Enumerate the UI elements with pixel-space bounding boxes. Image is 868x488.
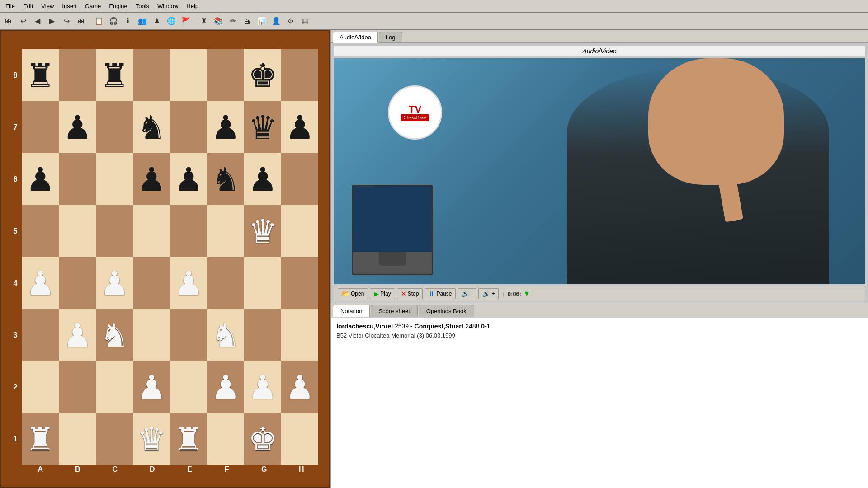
square-G4[interactable] bbox=[244, 257, 281, 309]
vol-up-button[interactable]: 🔊 + bbox=[478, 288, 499, 299]
toolbar-chart-button[interactable]: 📊 bbox=[255, 15, 269, 28]
toolbar-clipboard-button[interactable]: 📋 bbox=[92, 15, 106, 28]
toolbar-print-button[interactable]: 🖨 bbox=[241, 15, 254, 28]
pause-button[interactable]: ⏸ Pause bbox=[425, 288, 456, 299]
square-A5[interactable] bbox=[22, 205, 59, 257]
menu-window[interactable]: Window bbox=[154, 2, 182, 10]
square-C5[interactable] bbox=[96, 205, 133, 257]
tab-openings-book[interactable]: Openings Book bbox=[419, 305, 474, 317]
square-B5[interactable] bbox=[59, 205, 96, 257]
square-D3[interactable] bbox=[133, 309, 170, 361]
square-D6[interactable]: ♟ bbox=[133, 153, 170, 205]
square-C7[interactable] bbox=[96, 101, 133, 153]
square-H4[interactable] bbox=[281, 257, 318, 309]
square-H5[interactable] bbox=[281, 205, 318, 257]
square-C1[interactable] bbox=[96, 413, 133, 465]
menu-edit[interactable]: Edit bbox=[19, 2, 37, 10]
square-F5[interactable] bbox=[207, 205, 244, 257]
square-C3[interactable]: ♞ bbox=[96, 309, 133, 361]
nav-prev-variation-button[interactable]: ↩ bbox=[16, 15, 30, 28]
menu-insert[interactable]: Insert bbox=[58, 2, 80, 10]
menu-help[interactable]: Help bbox=[183, 2, 202, 10]
toolbar-grid-button[interactable]: ▦ bbox=[298, 15, 312, 28]
square-D5[interactable] bbox=[133, 205, 170, 257]
toolbar-user-button[interactable]: 👤 bbox=[269, 15, 283, 28]
toolbar-settings-button[interactable]: ⚙ bbox=[284, 15, 297, 28]
menu-file[interactable]: File bbox=[2, 2, 19, 10]
square-C6[interactable] bbox=[96, 153, 133, 205]
nav-end-button[interactable]: ⏭ bbox=[74, 15, 88, 28]
square-E6[interactable]: ♟ bbox=[170, 153, 207, 205]
nav-next-variation-button[interactable]: ↪ bbox=[60, 15, 73, 28]
square-F3[interactable]: ♞ bbox=[207, 309, 244, 361]
square-F7[interactable]: ♟ bbox=[207, 101, 244, 153]
square-B8[interactable] bbox=[59, 49, 96, 101]
open-button[interactable]: 📂 Open bbox=[338, 288, 368, 299]
square-F4[interactable] bbox=[207, 257, 244, 309]
square-A6[interactable]: ♟ bbox=[22, 153, 59, 205]
square-A8[interactable]: ♜ bbox=[22, 49, 59, 101]
toolbar-flag-button[interactable]: 🚩 bbox=[179, 15, 193, 28]
play-button[interactable]: ▶ Play bbox=[370, 288, 395, 299]
toolbar-players-button[interactable]: 👥 bbox=[136, 15, 149, 28]
toolbar-book-button[interactable]: 📚 bbox=[212, 15, 225, 28]
menu-view[interactable]: View bbox=[38, 2, 57, 10]
square-H6[interactable] bbox=[281, 153, 318, 205]
square-C4[interactable]: ♟ bbox=[96, 257, 133, 309]
square-A2[interactable] bbox=[22, 361, 59, 413]
square-H2[interactable]: ♟ bbox=[281, 361, 318, 413]
notation-content[interactable] bbox=[331, 344, 868, 488]
square-D4[interactable] bbox=[133, 257, 170, 309]
square-B3[interactable]: ♟ bbox=[59, 309, 96, 361]
nav-next-button[interactable]: ▶ bbox=[45, 15, 59, 28]
square-G3[interactable] bbox=[244, 309, 281, 361]
square-A1[interactable]: ♜ bbox=[22, 413, 59, 465]
square-H8[interactable] bbox=[281, 49, 318, 101]
square-D7[interactable]: ♞ bbox=[133, 101, 170, 153]
square-G7[interactable]: ♛ bbox=[244, 101, 281, 153]
square-E5[interactable] bbox=[170, 205, 207, 257]
vol-down-button[interactable]: 🔊 - bbox=[458, 288, 476, 299]
square-F2[interactable]: ♟ bbox=[207, 361, 244, 413]
toolbar-audio-button[interactable]: 🎧 bbox=[107, 15, 120, 28]
square-C8[interactable]: ♜ bbox=[96, 49, 133, 101]
toolbar-info-button[interactable]: ℹ bbox=[121, 15, 135, 28]
square-G6[interactable]: ♟ bbox=[244, 153, 281, 205]
square-H7[interactable]: ♟ bbox=[281, 101, 318, 153]
square-B4[interactable] bbox=[59, 257, 96, 309]
square-D1[interactable]: ♛ bbox=[133, 413, 170, 465]
tab-log[interactable]: Log bbox=[379, 32, 402, 42]
square-F6[interactable]: ♞ bbox=[207, 153, 244, 205]
toolbar-edit-button[interactable]: ✏ bbox=[226, 15, 240, 28]
toolbar-rook-button[interactable]: ♜ bbox=[197, 15, 211, 28]
tab-score-sheet[interactable]: Score sheet bbox=[371, 305, 417, 317]
square-D2[interactable]: ♟ bbox=[133, 361, 170, 413]
square-C2[interactable] bbox=[96, 361, 133, 413]
square-E8[interactable] bbox=[170, 49, 207, 101]
square-E7[interactable] bbox=[170, 101, 207, 153]
square-A3[interactable] bbox=[22, 309, 59, 361]
square-B2[interactable] bbox=[59, 361, 96, 413]
square-G1[interactable]: ♚ bbox=[244, 413, 281, 465]
square-A4[interactable]: ♟ bbox=[22, 257, 59, 309]
square-D8[interactable] bbox=[133, 49, 170, 101]
square-G2[interactable]: ♟ bbox=[244, 361, 281, 413]
menu-engine[interactable]: Engine bbox=[105, 2, 131, 10]
square-E2[interactable] bbox=[170, 361, 207, 413]
square-H3[interactable] bbox=[281, 309, 318, 361]
square-A7[interactable] bbox=[22, 101, 59, 153]
square-B6[interactable] bbox=[59, 153, 96, 205]
nav-prev-button[interactable]: ◀ bbox=[31, 15, 44, 28]
square-E4[interactable]: ♟ bbox=[170, 257, 207, 309]
toolbar-piece-button[interactable]: ♟ bbox=[150, 15, 164, 28]
square-B7[interactable]: ♟ bbox=[59, 101, 96, 153]
square-B1[interactable] bbox=[59, 413, 96, 465]
square-E1[interactable]: ♜ bbox=[170, 413, 207, 465]
square-G8[interactable]: ♚ bbox=[244, 49, 281, 101]
square-E3[interactable] bbox=[170, 309, 207, 361]
square-F8[interactable] bbox=[207, 49, 244, 101]
square-H1[interactable] bbox=[281, 413, 318, 465]
toolbar-web-button[interactable]: 🌐 bbox=[165, 15, 178, 28]
nav-start-button[interactable]: ⏮ bbox=[2, 15, 15, 28]
menu-tools[interactable]: Tools bbox=[132, 2, 153, 10]
